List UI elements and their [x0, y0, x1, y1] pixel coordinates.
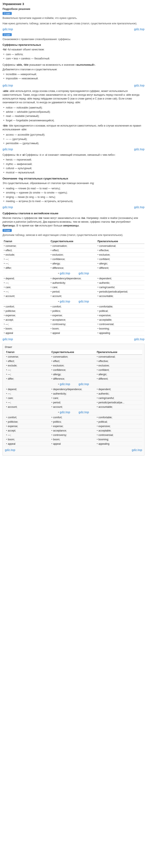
table-cell-adj: exclusive;: [96, 253, 145, 257]
step1-desc: Нам нужно дополнить таблицу, записав в н…: [2, 22, 145, 25]
answer-row: appealappealappealing: [5, 442, 142, 446]
watermark-row-3: gdz.top gdz.top: [2, 147, 145, 152]
watermark: gdz.top: [60, 410, 70, 414]
table-row: appealappealappealing: [2, 331, 145, 335]
answer-cell-verb: converse;: [5, 355, 50, 359]
list-item: heroic — героический;: [6, 158, 145, 162]
answer-cell-adj: expensive;: [95, 424, 142, 429]
table-row: boom;boom;booming;: [2, 327, 145, 331]
solution-label: Подробное решение: [2, 7, 145, 10]
table-row: —;period;periodic/periodical/period;: [2, 289, 145, 294]
answer-cell-adj: authentic;: [95, 392, 142, 396]
answer-row: —;authenticity;authentic;: [5, 392, 142, 396]
watermark-right-3: gdz.top: [134, 148, 145, 151]
table-cell-adj: different;: [96, 266, 145, 270]
table-cell-verb: comfort;: [2, 305, 49, 309]
list-item: incredible — невероятный;: [6, 72, 145, 76]
answer-cell-verb: —;: [5, 433, 50, 437]
list-item: advise — advisable (целесообразный);: [6, 110, 145, 114]
table-cell-verb: differ;: [2, 266, 49, 270]
suffix-ful-desc: -ful -ful называет объект качеством:: [2, 48, 145, 52]
answer-cell-noun: period;: [50, 400, 95, 405]
answer-cell-noun: confidence;: [50, 368, 95, 372]
watermark-row-5: gdz.top gdz.top: [2, 337, 145, 342]
table-cell-noun: difference;: [49, 266, 96, 270]
table-cell-noun: period;: [49, 289, 96, 294]
table-cell-verb: exclude;: [2, 253, 49, 257]
watermark-left-2: gdz.top: [2, 84, 13, 87]
answer-row: converse;conversation;conversational;: [5, 355, 142, 359]
watermark: gdz.top: [79, 272, 89, 275]
table-cell-verb: appeal: [2, 331, 49, 335]
table-cell-adj: dependent;: [96, 276, 145, 281]
table-row: comfort;comfort;comfortable;: [2, 305, 145, 309]
answer-cell-adj: accountable;: [95, 405, 142, 409]
col-header-adj: Прилагательное: [96, 239, 145, 244]
watermark: gdz.top: [79, 410, 89, 414]
list-item: forget — forgettable (незапоминающийся).: [6, 118, 145, 123]
table-row: differ;difference;different;: [2, 266, 145, 270]
answer-row: differ;difference;different;: [5, 377, 142, 381]
answer-cell-adj: conversational;: [95, 355, 142, 359]
answer-cell-adj: appealing: [95, 442, 142, 446]
answer-cell-verb: exclude;: [5, 364, 50, 368]
answer-cell-adj: acceptable;: [95, 429, 142, 433]
answer-cell-adj: booming;: [95, 437, 142, 442]
table-row: accept;acceptance;acceptable;: [2, 318, 145, 322]
table-row: exclude;exclusion;exclusive;: [2, 253, 145, 257]
table-cell-noun: exclusion;: [49, 253, 96, 257]
list-item: read — readable (читаемый);: [6, 114, 145, 118]
watermark: gdz.top: [79, 300, 89, 303]
table-cell-adj: caring/careful;: [96, 285, 145, 289]
suffix-ful-list: care — забота; care + less = careless — …: [2, 52, 145, 61]
answer-row: expense;expense;expensive;: [5, 424, 142, 429]
answer-cell-verb: effect;: [5, 359, 50, 364]
table-cell-adj: confident;: [96, 257, 145, 261]
list-item: mythic — мифический;: [6, 162, 145, 166]
suffix-able-ible-list: incredible — невероятный; impossible — н…: [2, 72, 145, 81]
answer-row: effect;effect;effective;: [5, 359, 142, 364]
table-cell-noun: acceptance;: [49, 318, 96, 322]
watermark-row-1: gdz.top gdz.top: [2, 27, 145, 32]
list-item: access — accessible (доступный);: [6, 133, 145, 137]
table-row: —;authenticity;authentic;: [2, 281, 145, 285]
answer-row: boom;boom;booming;: [5, 437, 142, 442]
table-cell-adj: political;: [96, 309, 145, 313]
ible-rule-text: -ible -ible присоединяется к основам, ко…: [2, 124, 145, 131]
list-item: notice — noticeable (заметный);: [6, 105, 145, 110]
answer-cell-verb: account;: [5, 405, 50, 409]
table-cell-verb: expense;: [2, 313, 49, 318]
table-cell-verb: effect;: [2, 248, 49, 253]
suffix-ic-al-desc: Суффиксы -ic и -al Суффиксы -ic и -al оз…: [2, 153, 145, 157]
answer-cell-adj: different;: [95, 377, 142, 381]
table-cell-adj: effective;: [96, 248, 145, 253]
answer-cell-verb: expense;: [5, 424, 50, 429]
watermark-row-2: gdz.top gdz.top: [2, 83, 145, 88]
list-item: care + less = careless — беззаботный.: [6, 57, 145, 61]
answer-row: politicise;politics;political;: [5, 420, 142, 424]
answer-cell-noun: exclusion;: [50, 364, 95, 368]
suffix-ful-block: -ful -ful называет объект качеством: car…: [2, 48, 145, 61]
list-item: smoking — курение (to smoke — to smoke —…: [6, 191, 145, 195]
answer-cell-verb: depend;: [5, 387, 50, 392]
ing-noun-list: reading — чтение (to read — to read — чи…: [2, 186, 145, 204]
answer-cell-noun: allergy;: [50, 372, 95, 377]
table-cell-adj: controversial;: [96, 322, 145, 327]
table-cell-verb: —;: [2, 257, 49, 261]
answer-cell-adj: periodic/periodical/pe...: [95, 400, 142, 405]
watermark-left-3: gdz.top: [2, 148, 13, 151]
watermark-left-5: gdz.top: [2, 338, 13, 341]
answer-cell-verb: accept;: [5, 429, 50, 433]
table-row: —;confidence;confident;: [2, 257, 145, 261]
watermark-row: gdz.topgdz.top: [2, 270, 145, 276]
answer-cell-verb: care;: [5, 396, 50, 400]
answer-cell-adj: exclusive;: [95, 364, 142, 368]
answer-cell-verb: —;: [5, 400, 50, 405]
table-cell-noun: boom;: [49, 327, 96, 331]
answer-cell-adj: caring/careful;: [95, 396, 142, 400]
watermark: gdz.top: [79, 382, 89, 386]
table-cell-noun: controversy;: [49, 322, 96, 327]
table-cell-adj: comfortable;: [96, 305, 145, 309]
watermark-left-1: gdz.top: [2, 28, 13, 31]
table-cell-verb: accept;: [2, 318, 49, 322]
